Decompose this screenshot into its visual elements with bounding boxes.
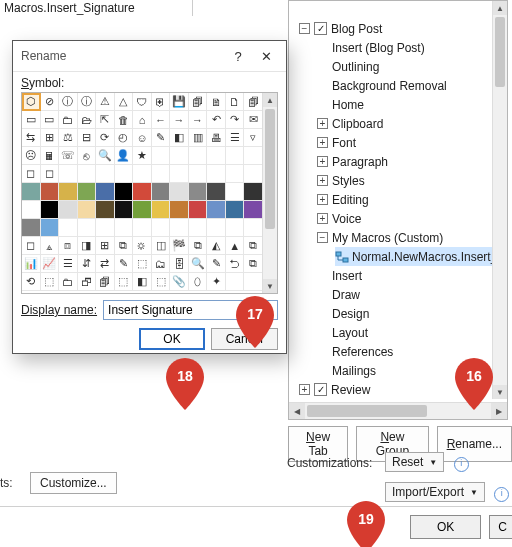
- tree-item[interactable]: +Editing: [317, 190, 493, 209]
- scroll-right-icon[interactable]: ▶: [491, 403, 507, 419]
- symbol-cell[interactable]: [244, 201, 263, 219]
- customize-button[interactable]: Customize...: [30, 472, 117, 494]
- symbol-cell[interactable]: 👤: [115, 147, 134, 165]
- expand-icon[interactable]: +: [317, 118, 328, 129]
- checkbox[interactable]: ✓: [314, 383, 327, 396]
- dialog-ok-button[interactable]: OK: [139, 328, 204, 350]
- symbol-cell[interactable]: [78, 219, 97, 237]
- symbol-cell[interactable]: [59, 165, 78, 183]
- expand-icon[interactable]: +: [317, 213, 328, 224]
- symbol-cell[interactable]: [133, 165, 152, 183]
- close-button[interactable]: ✕: [252, 45, 280, 67]
- symbol-cell[interactable]: [22, 219, 41, 237]
- tree-item[interactable]: Home: [317, 95, 493, 114]
- symbol-cell[interactable]: ⇱: [96, 111, 115, 129]
- symbol-cell[interactable]: ⛨: [152, 93, 171, 111]
- scroll-thumb[interactable]: [265, 109, 275, 229]
- symbol-cell[interactable]: ↶: [207, 111, 226, 129]
- symbol-cell[interactable]: 🗎: [207, 93, 226, 111]
- symbol-cell[interactable]: ✎: [115, 255, 134, 273]
- symbol-cell[interactable]: 🗐: [244, 93, 263, 111]
- symbol-cell[interactable]: [170, 219, 189, 237]
- symbol-cell[interactable]: ◫: [152, 237, 171, 255]
- symbol-cell[interactable]: ⟲: [22, 273, 41, 291]
- symbol-cell[interactable]: △: [115, 93, 134, 111]
- dialog-titlebar[interactable]: Rename ? ✕: [13, 41, 286, 72]
- symbol-cell[interactable]: 🖶: [207, 129, 226, 147]
- symbol-cell[interactable]: ◻: [22, 237, 41, 255]
- expand-icon[interactable]: −: [299, 23, 310, 34]
- symbol-cell[interactable]: ⊟: [78, 129, 97, 147]
- symbol-cell[interactable]: ▭: [41, 111, 60, 129]
- symbol-cell[interactable]: ◴: [115, 129, 134, 147]
- scroll-left-icon[interactable]: ◀: [289, 403, 305, 419]
- symbol-cell[interactable]: ⬚: [152, 273, 171, 291]
- checkbox[interactable]: ✓: [314, 22, 327, 35]
- symbol-cell[interactable]: [133, 201, 152, 219]
- symbol-cell[interactable]: ★: [133, 147, 152, 165]
- tree-item[interactable]: Layout: [317, 323, 493, 342]
- scroll-up-icon[interactable]: ▲: [493, 1, 507, 15]
- expand-icon[interactable]: +: [317, 175, 328, 186]
- symbol-cell[interactable]: ↷: [226, 111, 245, 129]
- symbol-cell[interactable]: ⓘ: [59, 93, 78, 111]
- expand-icon[interactable]: +: [317, 194, 328, 205]
- symbol-cell[interactable]: 📈: [41, 255, 60, 273]
- symbol-cell[interactable]: ☏: [59, 147, 78, 165]
- symbol-cell[interactable]: [96, 165, 115, 183]
- symbol-cell[interactable]: [170, 165, 189, 183]
- tree-item[interactable]: +Font: [317, 133, 493, 152]
- symbol-cell[interactable]: ⬚: [133, 255, 152, 273]
- symbol-cell[interactable]: [189, 165, 208, 183]
- symbol-cell[interactable]: 🗑: [115, 111, 134, 129]
- symbol-cell[interactable]: [115, 201, 134, 219]
- symbol-cell[interactable]: ⚖: [59, 129, 78, 147]
- symbol-cell[interactable]: [96, 219, 115, 237]
- symbol-cell[interactable]: ⌂: [133, 111, 152, 129]
- symbol-cell[interactable]: [189, 219, 208, 237]
- symbol-cell[interactable]: [152, 201, 171, 219]
- tree-item[interactable]: Insert: [317, 266, 493, 285]
- symbol-cell[interactable]: ✎: [207, 255, 226, 273]
- scroll-thumb[interactable]: [307, 405, 427, 417]
- symbol-cell[interactable]: ⬚: [41, 273, 60, 291]
- symbol-cell[interactable]: 🔍: [189, 255, 208, 273]
- symbol-cell[interactable]: 🖩: [41, 147, 60, 165]
- symbol-cell[interactable]: [96, 201, 115, 219]
- symbol-cell[interactable]: ⟁: [41, 237, 60, 255]
- symbol-cell[interactable]: ⧉: [244, 237, 263, 255]
- symbol-cell[interactable]: [170, 147, 189, 165]
- symbol-cell[interactable]: [244, 273, 263, 291]
- symbol-cell[interactable]: ←: [152, 111, 171, 129]
- symbol-cell[interactable]: ⬯: [189, 273, 208, 291]
- symbol-cell[interactable]: [41, 201, 60, 219]
- scroll-down-icon[interactable]: ▼: [263, 279, 277, 293]
- symbol-cell[interactable]: ⬡: [22, 93, 41, 111]
- symbol-cell[interactable]: ⇄: [96, 255, 115, 273]
- symbol-cell[interactable]: [152, 219, 171, 237]
- symbol-cell[interactable]: 🗄: [170, 255, 189, 273]
- symbol-cell[interactable]: 🗀: [59, 273, 78, 291]
- symbol-cell[interactable]: ◧: [133, 273, 152, 291]
- symbol-cell[interactable]: 📊: [22, 255, 41, 273]
- symbol-cell[interactable]: ☰: [59, 255, 78, 273]
- symbol-cell[interactable]: [226, 219, 245, 237]
- symbol-cell[interactable]: 🗂: [152, 255, 171, 273]
- tree-item[interactable]: Mailings: [317, 361, 493, 380]
- symbol-cell[interactable]: ⟳: [96, 129, 115, 147]
- symbol-cell[interactable]: ▿: [244, 129, 263, 147]
- symbol-cell[interactable]: ☰: [226, 129, 245, 147]
- symbol-cell[interactable]: [115, 219, 134, 237]
- symbol-cell[interactable]: ◻: [41, 165, 60, 183]
- symbol-cell[interactable]: [207, 201, 226, 219]
- symbol-cell[interactable]: ⛭: [133, 237, 152, 255]
- symbol-cell[interactable]: [41, 183, 60, 201]
- symbol-cell[interactable]: ✎: [152, 129, 171, 147]
- symbol-cell[interactable]: [152, 165, 171, 183]
- symbol-cell[interactable]: [115, 183, 134, 201]
- symbol-cell[interactable]: ✦: [207, 273, 226, 291]
- tree-item[interactable]: Design: [317, 304, 493, 323]
- symbol-cell[interactable]: ⊞: [96, 237, 115, 255]
- symbol-cell[interactable]: ⧈: [59, 237, 78, 255]
- symbol-cell[interactable]: [152, 147, 171, 165]
